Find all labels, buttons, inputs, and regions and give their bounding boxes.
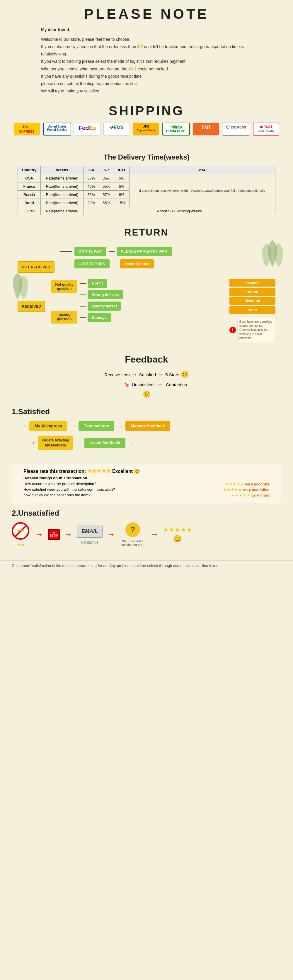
stop-n: N bbox=[50, 531, 58, 535]
logo-auspost: ◉ POSTAUSTRALIA bbox=[253, 123, 279, 135]
rate-row-2: How satisfied were you with the sell's c… bbox=[24, 487, 269, 492]
rowspan-note: if you still don't receive items within … bbox=[129, 174, 275, 207]
not-fit-box: Not fit bbox=[88, 278, 107, 288]
unsat-arrow-3: → bbox=[107, 530, 115, 539]
usa-c3: 5% bbox=[114, 174, 129, 183]
footer-note: Customers' satisfaction is the most impo… bbox=[0, 560, 293, 577]
step-arrow-4: → bbox=[76, 439, 82, 447]
russia-label: Rate(Items arrived) bbox=[41, 191, 84, 199]
wrong-delivery-box: Wrong delivery bbox=[88, 290, 124, 299]
rate-q1-val: ★★★★★ very accdrate bbox=[225, 482, 269, 486]
france-c3: 5% bbox=[114, 183, 129, 191]
quality-defect-box: Quality defect bbox=[88, 302, 121, 311]
worried-emoji-row: 😟 bbox=[12, 391, 281, 398]
logo-fedex: FedEx bbox=[74, 123, 100, 135]
email-box: EMAIL bbox=[77, 525, 103, 538]
col-8-11: 8-11 bbox=[114, 166, 129, 174]
rate-q2-val: ★★★★★ very asatisfied bbox=[223, 487, 269, 492]
col-weeks: Weeks bbox=[41, 166, 84, 174]
rate-q3-val: ★★★★★ very firast bbox=[231, 493, 269, 498]
rate-emoji: 😊 bbox=[134, 469, 140, 474]
step-arrow-1: → bbox=[70, 422, 76, 430]
no-circle: ★★ bbox=[12, 522, 29, 540]
contact-us-label: Contact us bbox=[166, 382, 187, 387]
col-3-4: 3-4 bbox=[84, 166, 99, 174]
unsat-arrow-1: → bbox=[35, 530, 43, 539]
rate-q1-label: very accdrate bbox=[245, 482, 269, 486]
feedback-flow-row2: ↘ Unsatisfied → Contact us bbox=[12, 381, 281, 388]
please-note-title: PLEASE NOTE bbox=[12, 6, 281, 22]
rate-section: Please rate this transaction: ★★★★★ Exce… bbox=[12, 463, 281, 503]
rate-q3-stars: ★★★★★ bbox=[231, 493, 250, 498]
country-russia: Russia bbox=[18, 191, 41, 199]
unsatisfied-title: 2.Unsatisfied bbox=[12, 509, 281, 518]
step-transactions: Transactions bbox=[79, 421, 114, 431]
option-resend: resend bbox=[230, 278, 276, 286]
rate-title-text: Please rate this transaction: bbox=[24, 469, 86, 474]
brazil-label: Rate(Items arrived) bbox=[41, 199, 84, 207]
unsat-arrow-2: → bbox=[64, 530, 72, 539]
question-icon: ? bbox=[125, 522, 140, 537]
please-note-body: Welcome to our store, please feel free t… bbox=[41, 36, 252, 95]
option-refund: refund bbox=[230, 288, 276, 296]
arrow-right3: → bbox=[157, 381, 163, 388]
prohibited-symbol: ★★ bbox=[12, 522, 31, 541]
logo-ups: UPSExpress Saver bbox=[133, 123, 159, 135]
logo-dhl: DHLEXPRESS bbox=[14, 123, 40, 135]
france-c1: 40% bbox=[84, 183, 99, 191]
satisfied-title: 1.Satisfied bbox=[12, 407, 281, 416]
damage-box: Damage bbox=[88, 313, 111, 322]
france-c2: 55% bbox=[99, 183, 114, 191]
quality-question-box: Quality question bbox=[51, 311, 78, 323]
russia-c3: 8% bbox=[114, 191, 129, 199]
arrow-start: → bbox=[21, 422, 27, 430]
feedback-flow-row1: Receive item → Satisfied → 5 Stars 😊 bbox=[12, 371, 281, 379]
stop-sign: N STOP bbox=[48, 529, 60, 540]
stars-in-circle: ★★ bbox=[16, 528, 25, 533]
col-country: Country bbox=[18, 166, 41, 174]
usa-c2: 35% bbox=[99, 174, 114, 183]
rate-q1-stars: ★★★★★ bbox=[225, 482, 244, 486]
email-col: EMAIL Contact us bbox=[77, 525, 103, 544]
question-col: ? We must find a solution for you. bbox=[120, 522, 146, 546]
country-outer: Outer bbox=[18, 207, 41, 215]
resend-refund-box: resend/refund bbox=[120, 259, 154, 268]
contact-note: if you have any question, please contact… bbox=[238, 318, 276, 342]
stars-below-circle: ★★ bbox=[17, 542, 25, 547]
step-aliexpress: My Aliexpress bbox=[29, 421, 67, 431]
contact-us-text: Contact us bbox=[81, 540, 98, 544]
unsatisfied-label: Unsatisfied bbox=[132, 382, 154, 387]
satisfied-label: Satisfied bbox=[139, 372, 156, 377]
lost-return-box: LOST/RETURN bbox=[74, 259, 109, 268]
country-usa: USA bbox=[18, 174, 41, 183]
happy-emoji: 😊 bbox=[181, 371, 189, 379]
steps-row-2: → Orders Awaiting My feedback → Leave fe… bbox=[29, 436, 281, 450]
usa-c1: 60% bbox=[84, 174, 99, 183]
russia-c1: 35% bbox=[84, 191, 99, 199]
logo-express: ⬡ express bbox=[222, 123, 250, 135]
rate-title-row: Please rate this transaction: ★★★★★ Exce… bbox=[24, 468, 269, 474]
satisfied-section: 1.Satisfied → My Aliexpress → Transactio… bbox=[0, 404, 293, 461]
five-gold-stars: ★★★★★ bbox=[163, 526, 192, 533]
rate-row-3: how quickly did the seller ship the item… bbox=[24, 493, 269, 498]
feedback-title: Feedback bbox=[12, 354, 281, 365]
unsat-arrow-4: → bbox=[150, 530, 158, 539]
brazil-c1: 20% bbox=[84, 199, 99, 207]
feedback-section: Feedback Receive item → Satisfied → 5 St… bbox=[0, 348, 293, 404]
shipping-logos: DHLEXPRESS United StatesPostal Service F… bbox=[12, 123, 281, 135]
step-orders-awaiting: Orders Awaiting My feedback bbox=[38, 436, 73, 450]
rate-excellent: Excellent bbox=[112, 469, 133, 474]
low-stars: ★★ bbox=[17, 542, 25, 547]
footer-text: Customers' satisfaction is the most impo… bbox=[12, 563, 281, 568]
alert-icon: ! bbox=[230, 327, 236, 333]
unsatisfied-section: 2.Unsatisfied ★★ ★★ → N STOP → EMAIL bbox=[0, 506, 293, 557]
france-label: Rate(Items arrived) bbox=[41, 183, 84, 191]
leaf-decoration-right bbox=[261, 239, 284, 272]
country-brazil: Brazil bbox=[18, 199, 41, 207]
on-the-way-box: ON THE WAY bbox=[74, 247, 106, 256]
shipping-section: SHIPPING DHLEXPRESS United StatesPostal … bbox=[0, 98, 293, 147]
option-other: other bbox=[230, 306, 276, 314]
delivery-table: Country Weeks 3-4 5-7 8-11 ≥14 USA Rate(… bbox=[17, 166, 276, 215]
table-row: USA Rate(Items arrived) 60% 35% 5% if yo… bbox=[18, 174, 276, 183]
steps-row-1: → My Aliexpress → Transactions → Manage … bbox=[12, 421, 281, 431]
